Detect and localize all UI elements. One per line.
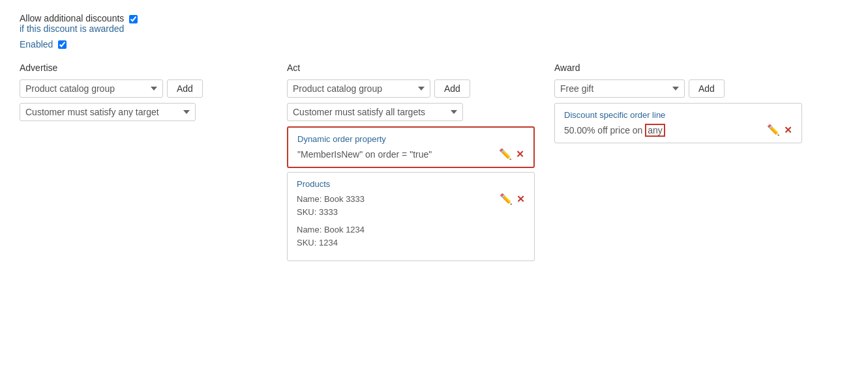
discount-card-title: Discount specific order line [564, 110, 792, 120]
allow-additional-label: Allow additional discounts [20, 13, 124, 23]
award-label: Award [554, 63, 802, 73]
advertise-column: Advertise Product catalog group Order Vo… [20, 63, 267, 121]
product-2-sku: SKU: 1234 [297, 236, 365, 249]
dynamic-order-property-card: Dynamic order property "MemberIsNew" on … [287, 126, 535, 168]
discount-card-content: 50.00% off price on any [564, 125, 665, 135]
advertise-condition-row: Customer must satisfy any target Custome… [20, 103, 267, 121]
products-card: Products Name: Book 3333 SKU: 3333 ✏️ ✕ … [287, 172, 535, 261]
act-add-button[interactable]: Add [434, 79, 470, 98]
discount-content-before: 50.00% off price on [564, 125, 642, 135]
discount-card-content-row: 50.00% off price on any ✏️ ✕ [564, 124, 792, 136]
act-condition-select[interactable]: Customer must satisfy any target Custome… [287, 103, 463, 121]
main-content-row: Advertise Product catalog group Order Vo… [20, 63, 848, 261]
award-column: Award Free gift Discount Voucher Add Dis… [554, 63, 802, 143]
any-highlighted: any [645, 124, 665, 137]
act-select-row: Product catalog group Order Voucher Add [287, 79, 535, 98]
dynamic-delete-icon[interactable]: ✕ [516, 149, 524, 160]
dynamic-card-title: Dynamic order property [297, 134, 524, 144]
dynamic-card-content-row: "MemberIsNew" on order = "true" ✏️ ✕ [297, 148, 524, 160]
product-item-1: Name: Book 3333 SKU: 3333 ✏️ ✕ [297, 193, 525, 218]
advertise-add-button[interactable]: Add [167, 79, 203, 98]
award-select[interactable]: Free gift Discount Voucher [554, 79, 685, 98]
enabled-label: Enabled [20, 39, 53, 50]
allow-additional-discounts-section: Allow additional discounts if this disco… [20, 13, 848, 34]
product-1-name: Name: Book 3333 [297, 193, 365, 206]
product-2-text: Name: Book 1234 SKU: 1234 [297, 223, 365, 249]
dynamic-card-content: "MemberIsNew" on order = "true" [297, 149, 432, 160]
discount-delete-icon[interactable]: ✕ [784, 124, 792, 136]
product-1-sku: SKU: 3333 [297, 206, 365, 219]
discount-card-actions: ✏️ ✕ [767, 124, 792, 136]
enabled-section: Enabled [20, 39, 848, 50]
dynamic-card-actions: ✏️ ✕ [499, 148, 524, 160]
act-condition-row: Customer must satisfy any target Custome… [287, 103, 535, 121]
dynamic-edit-icon[interactable]: ✏️ [499, 148, 512, 160]
products-title: Products [297, 179, 525, 189]
allow-additional-checkbox[interactable] [129, 15, 138, 23]
enabled-checkbox[interactable] [58, 40, 67, 49]
award-select-row: Free gift Discount Voucher Add [554, 79, 802, 98]
product-1-delete-icon[interactable]: ✕ [516, 193, 525, 205]
product-item-2: Name: Book 1234 SKU: 1234 [297, 223, 525, 249]
advertise-select-row: Product catalog group Order Voucher Add [20, 79, 267, 98]
act-label: Act [287, 63, 535, 73]
discount-edit-icon[interactable]: ✏️ [767, 124, 780, 136]
product-1-actions: ✏️ ✕ [500, 193, 525, 205]
allow-additional-label2: if this discount is awarded [20, 23, 138, 34]
product-1-edit-icon[interactable]: ✏️ [500, 193, 513, 205]
product-1-text: Name: Book 3333 SKU: 3333 [297, 193, 365, 218]
product-2-name: Name: Book 1234 [297, 223, 365, 236]
advertise-select[interactable]: Product catalog group Order Voucher [20, 79, 163, 98]
act-select[interactable]: Product catalog group Order Voucher [287, 79, 430, 98]
any-text: any [648, 125, 663, 135]
advertise-label: Advertise [20, 63, 267, 73]
act-column: Act Product catalog group Order Voucher … [287, 63, 535, 261]
discount-order-line-card: Discount specific order line 50.00% off … [554, 103, 802, 143]
advertise-condition-select[interactable]: Customer must satisfy any target Custome… [20, 103, 196, 121]
award-add-button[interactable]: Add [689, 79, 725, 98]
